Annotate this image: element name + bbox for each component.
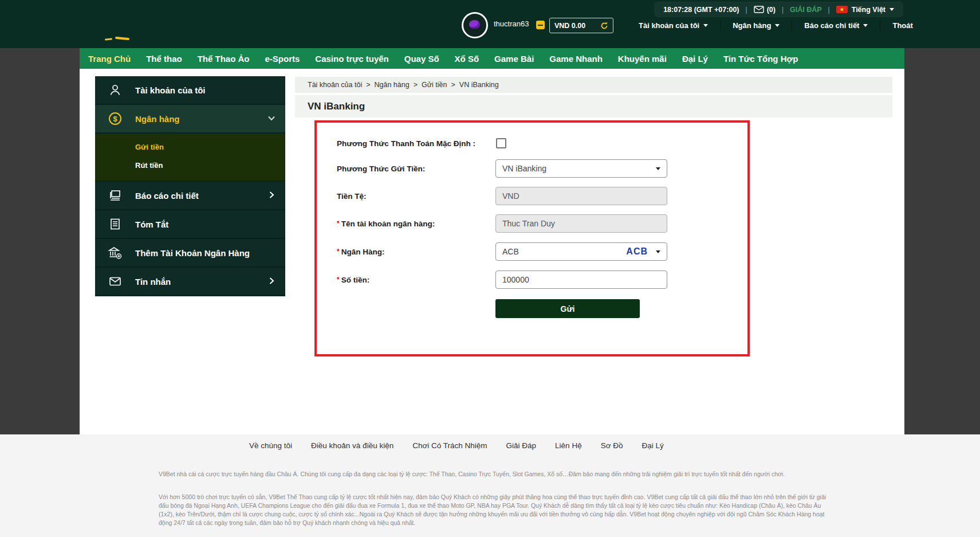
required-mark: *: [337, 276, 340, 284]
chevron-down-icon: [656, 167, 660, 170]
currency-field: VND: [495, 187, 667, 205]
submit-button[interactable]: Gửi: [495, 299, 640, 318]
nav-sports[interactable]: Thể thao: [146, 54, 182, 64]
footer: Về chúng tôi Điều khoản và điều kiện Chơ…: [0, 434, 980, 537]
footer-link-faq[interactable]: Giải Đáp: [506, 441, 537, 450]
submenu-withdraw[interactable]: Rút tiền: [95, 156, 285, 175]
nav-lottery[interactable]: Xổ Số: [455, 54, 479, 64]
page-title: VN iBanking: [308, 101, 365, 112]
menu-label: Tài khoản của tôi: [639, 21, 699, 30]
amount-label: * Số tiền:: [337, 271, 369, 289]
default-payment-label: Phương Thức Thanh Toán Mặc Định :: [337, 134, 475, 152]
nav-news[interactable]: Tin Tức Tổng Hợp: [723, 54, 798, 64]
report-icon: [108, 189, 123, 202]
footer-link-responsible-gaming[interactable]: Chơi Có Trách Nhiệm: [412, 441, 487, 450]
refresh-icon[interactable]: [600, 22, 608, 30]
footer-link-about[interactable]: Về chúng tôi: [249, 441, 292, 450]
submenu-deposit[interactable]: Gửi tiền: [95, 138, 285, 156]
sidebar-label: Ngân hàng: [135, 114, 180, 124]
chevron-right-icon: [267, 190, 276, 199]
chevron-down-icon: [703, 24, 708, 27]
sidebar-label: Thêm Tài Khoản Ngân Hàng: [135, 248, 250, 258]
sidebar-label: Tóm Tắt: [135, 219, 168, 229]
clock: 18:07:28 (GMT +07:00): [663, 6, 739, 14]
sidebar-item-my-account[interactable]: Tài khoản của tôi: [95, 76, 285, 105]
sidebar-item-detail-report[interactable]: Báo cáo chi tiết: [95, 182, 285, 210]
default-payment-checkbox[interactable]: [496, 138, 506, 148]
breadcrumb-my-account[interactable]: Tài khoản của tôi: [308, 81, 362, 89]
sidebar-item-messages[interactable]: Tin nhắn: [95, 268, 285, 296]
chevron-down-icon: [890, 8, 894, 11]
footer-link-terms[interactable]: Điều khoản và điều kiện: [311, 441, 393, 450]
chevron-down-icon: [775, 24, 780, 27]
nav-promotions[interactable]: Khuyến mãi: [618, 54, 667, 64]
nav-card-games[interactable]: Game Bài: [494, 54, 534, 64]
coin-icon: $: [108, 112, 123, 125]
bank-label: * Ngân Hàng:: [337, 242, 384, 261]
required-mark: *: [337, 248, 340, 256]
breadcrumb-banking[interactable]: Ngân hàng: [375, 81, 410, 89]
username: thuctran63: [494, 19, 529, 28]
chevron-right-icon: [267, 276, 276, 285]
header: 18:07:28 (GMT +07:00) | (0) | GIẢI ĐÁP |…: [0, 0, 980, 48]
bank-select[interactable]: ACB ACB: [495, 242, 667, 261]
breadcrumb-deposit[interactable]: Gửi tiền: [422, 81, 447, 89]
divider: |: [828, 6, 830, 14]
sidebar-item-summary[interactable]: Tóm Tắt: [95, 210, 285, 239]
currency-value: VND: [502, 191, 519, 201]
avatar[interactable]: [462, 12, 488, 38]
balance-box[interactable]: VND 0.00: [549, 18, 613, 33]
footer-paragraph: Với hơn 5000 trò chơi trực tuyến có sẵn,…: [159, 493, 837, 527]
vietnam-flag-icon: ★: [836, 6, 848, 13]
sidebar-label: Báo cáo chi tiết: [135, 191, 199, 201]
nav-agents[interactable]: Đại Lý: [682, 54, 708, 64]
avatar-image: [469, 20, 480, 29]
bank-plus-icon: [108, 246, 123, 260]
menu-label: Ngân hàng: [733, 21, 771, 30]
mail-button[interactable]: (0): [754, 6, 776, 14]
breadcrumb-separator: >: [366, 81, 370, 89]
breadcrumb-separator: >: [451, 81, 455, 89]
required-mark: *: [337, 219, 340, 228]
collapse-balance-button[interactable]: [536, 21, 545, 29]
menu-label: Báo cáo chi tiết: [804, 21, 859, 30]
chevron-down-icon: [656, 250, 660, 253]
bank-value: ACB: [502, 247, 519, 256]
currency-label: Tiền Tệ:: [337, 187, 367, 205]
deposit-method-select[interactable]: VN iBanking: [495, 159, 667, 178]
logout-button[interactable]: Thoát: [880, 21, 924, 30]
help-link[interactable]: GIẢI ĐÁP: [790, 6, 822, 14]
user-icon: [108, 83, 123, 97]
footer-link-sitemap[interactable]: Sơ Đồ: [601, 441, 623, 450]
amount-input[interactable]: [495, 271, 667, 289]
breadcrumb-separator: >: [414, 81, 418, 89]
footer-link-agents[interactable]: Đại Lý: [642, 441, 664, 450]
balance-value: VND 0.00: [554, 22, 585, 30]
nav-quick-games[interactable]: Game Nhanh: [549, 54, 603, 64]
sidebar: Tài khoản của tôi $ Ngân hàng Gửi tiền R…: [95, 76, 285, 296]
logo-fragment: [105, 38, 112, 40]
topbar: 18:07:28 (GMT +07:00) | (0) | GIẢI ĐÁP |…: [654, 2, 903, 17]
chevron-down-icon: [863, 24, 868, 27]
sidebar-label: Tài khoản của tôi: [135, 85, 206, 95]
menu-reports[interactable]: Báo cáo chi tiết: [792, 21, 880, 30]
menu-banking[interactable]: Ngân hàng: [720, 21, 792, 30]
banking-submenu: Gửi tiền Rút tiền: [95, 134, 285, 182]
nav-virtual-sports[interactable]: Thể Thao Ảo: [198, 54, 250, 64]
nav-slots[interactable]: Quay Số: [404, 54, 439, 64]
language-selector[interactable]: ★ Tiếng Việt: [836, 6, 894, 14]
nav-live-casino[interactable]: Casino trực tuyến: [315, 54, 388, 64]
sidebar-item-banking[interactable]: $ Ngân hàng: [95, 105, 285, 134]
divider: |: [782, 6, 784, 14]
sidebar-item-add-bank-account[interactable]: Thêm Tài Khoản Ngân Hàng: [95, 239, 285, 268]
deposit-method-label: Phương Thức Gửi Tiền:: [337, 159, 425, 178]
message-icon: [108, 275, 123, 288]
footer-link-contact[interactable]: Liên Hệ: [555, 441, 582, 450]
summary-icon: [108, 217, 123, 231]
nav-home[interactable]: Trang Chủ: [88, 54, 131, 64]
menu-my-account[interactable]: Tài khoản của tôi: [627, 21, 720, 30]
account-name-label: * Tên tài khoản ngân hàng:: [337, 214, 435, 233]
deposit-method-value: VN iBanking: [502, 164, 546, 173]
mail-icon: [754, 6, 764, 13]
nav-esports[interactable]: e-Sports: [265, 54, 300, 64]
